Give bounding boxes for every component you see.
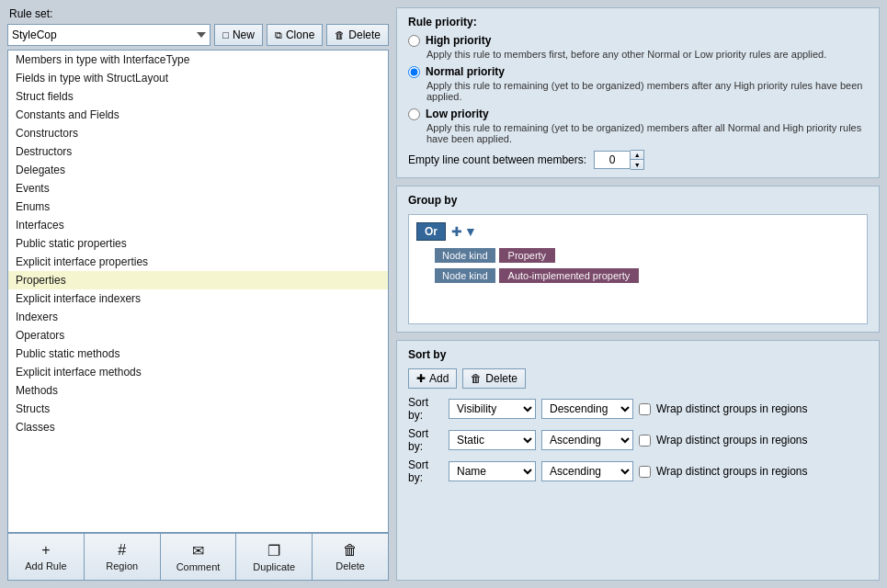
sort-by-select-2[interactable]: VisibilityStaticName (449, 461, 536, 481)
trash-icon: 🗑 (471, 372, 482, 385)
list-item[interactable]: Explicit interface indexers (8, 289, 388, 308)
low-priority-label: Low priority (426, 107, 489, 120)
delete-sort-label: Delete (485, 372, 517, 385)
node-kind-tag-1[interactable]: Node kind (435, 248, 495, 263)
property-tag-2[interactable]: Auto-implemented property (499, 268, 640, 283)
group-by-content: Or ✚ ▼ Node kind Property Node kind Auto… (408, 214, 868, 324)
delete-icon: 🗑 (335, 29, 345, 40)
sort-by-select-1[interactable]: VisibilityStaticName (449, 430, 536, 450)
list-item[interactable]: Destructors (8, 142, 388, 161)
new-icon: □ (222, 29, 229, 40)
wrap-checkbox-0[interactable] (639, 403, 651, 415)
group-condition-2: Node kind Auto-implemented property (435, 268, 859, 283)
low-priority-radio[interactable] (408, 108, 420, 120)
delete-button[interactable]: 🗑 Delete (326, 24, 389, 46)
rule-set-label: Rule set: (7, 7, 389, 20)
list-item[interactable]: Explicit interface properties (8, 253, 388, 271)
list-item[interactable]: Explicit interface methods (8, 363, 388, 381)
delete-sort-button[interactable]: 🗑 Delete (462, 368, 526, 389)
bottom-btn-label: Comment (176, 561, 221, 572)
list-item[interactable]: Constructors (8, 124, 388, 142)
empty-line-label: Empty line count between members: (408, 153, 586, 166)
spinner-up[interactable]: ▲ (631, 151, 643, 160)
empty-line-spinner: ▲ ▼ (594, 150, 644, 170)
priority-title: Rule priority: (408, 16, 868, 28)
clone-icon: ⧉ (275, 29, 282, 41)
group-by-section: Group by Or ✚ ▼ Node kind Property Node … (396, 186, 880, 333)
list-item[interactable]: Constants and Fields (8, 106, 388, 124)
bottom-btn-duplicate[interactable]: ❐Duplicate (236, 534, 313, 580)
low-priority-option: Low priority Apply this rule to remainin… (408, 107, 868, 144)
spinner-down[interactable]: ▼ (631, 160, 643, 169)
bottom-btn-region[interactable]: #Region (85, 534, 161, 580)
chevron-down-icon: ▼ (464, 224, 477, 239)
list-item[interactable]: Enums (8, 198, 388, 216)
delete-label: Delete (348, 28, 381, 41)
bottom-btn-comment[interactable]: ✉Comment (161, 534, 237, 580)
ruleset-select[interactable]: StyleCop (7, 24, 210, 46)
plus-icon: ✚ (416, 372, 426, 385)
list-item[interactable]: Operators (8, 326, 388, 345)
high-priority-label: High priority (426, 34, 491, 47)
normal-priority-radio[interactable] (408, 66, 420, 78)
list-item[interactable]: Structs (8, 400, 388, 418)
rules-list: Members in type with InterfaceTypeFields… (7, 50, 389, 533)
sort-rows: Sort by:VisibilityStaticNameAscendingDes… (408, 396, 868, 484)
wrap-checkbox-1[interactable] (639, 435, 651, 447)
low-priority-desc: Apply this rule to remaining (yet to be … (426, 122, 868, 144)
bottom-toolbar: +Add Rule#Region✉Comment❐Duplicate🗑Delet… (7, 533, 389, 581)
order-select-0[interactable]: AscendingDescending (541, 399, 633, 419)
bottom-btn-icon: 🗑 (343, 542, 358, 559)
bottom-btn-label: Region (106, 560, 138, 571)
sort-by-label: Sort by: (408, 396, 443, 422)
bottom-btn-icon: # (118, 542, 126, 559)
high-priority-option: High priority Apply this rule to members… (408, 34, 868, 60)
new-label: New (233, 28, 255, 41)
list-item[interactable]: Indexers (8, 308, 388, 326)
group-by-title: Group by (408, 194, 868, 207)
list-item[interactable]: Public static properties (8, 234, 388, 253)
property-tag-1[interactable]: Property (499, 248, 556, 263)
add-sort-label: Add (429, 372, 449, 385)
list-item[interactable]: Methods (8, 381, 388, 400)
or-row: Or ✚ ▼ (416, 222, 859, 241)
list-item[interactable]: Public static methods (8, 345, 388, 363)
sort-row-2: Sort by:VisibilityStaticNameAscendingDes… (408, 458, 868, 484)
clone-button[interactable]: ⧉ Clone (267, 24, 323, 46)
wrap-label-2: Wrap distinct groups in regions (656, 465, 808, 478)
add-condition-button[interactable]: ✚ ▼ (451, 224, 477, 239)
node-kind-tag-2[interactable]: Node kind (435, 268, 495, 283)
list-item[interactable]: Properties (8, 271, 388, 289)
high-priority-desc: Apply this rule to members first, before… (426, 49, 868, 60)
empty-line-input[interactable] (594, 151, 631, 169)
new-button[interactable]: □ New (214, 24, 263, 46)
order-select-1[interactable]: AscendingDescending (541, 430, 633, 450)
bottom-btn-label: Add Rule (25, 560, 66, 571)
bottom-btn-add-rule[interactable]: +Add Rule (8, 534, 85, 580)
bottom-btn-label: Duplicate (253, 561, 295, 572)
bottom-btn-label: Delete (335, 560, 365, 571)
list-item[interactable]: Members in type with InterfaceType (8, 51, 388, 69)
or-button[interactable]: Or (416, 222, 446, 241)
list-item[interactable]: Classes (8, 418, 388, 436)
sort-by-select-0[interactable]: VisibilityStaticName (449, 399, 536, 419)
sort-row-0: Sort by:VisibilityStaticNameAscendingDes… (408, 396, 868, 422)
list-item[interactable]: Events (8, 179, 388, 198)
list-item[interactable]: Interfaces (8, 216, 388, 234)
list-item[interactable]: Struct fields (8, 87, 388, 106)
sort-by-title: Sort by (408, 348, 868, 361)
normal-priority-desc: Apply this rule to remaining (yet to be … (426, 80, 868, 102)
list-item[interactable]: Delegates (8, 161, 388, 179)
sort-by-label: Sort by: (408, 427, 443, 453)
bottom-btn-delete[interactable]: 🗑Delete (313, 534, 388, 580)
high-priority-radio[interactable] (408, 35, 420, 47)
wrap-checkbox-2[interactable] (639, 466, 651, 478)
add-sort-button[interactable]: ✚ Add (408, 368, 457, 389)
wrap-label-0: Wrap distinct groups in regions (656, 402, 808, 415)
normal-priority-label: Normal priority (426, 65, 505, 78)
order-select-2[interactable]: AscendingDescending (541, 461, 633, 481)
bottom-btn-icon: ❐ (267, 542, 280, 560)
sort-toolbar: ✚ Add 🗑 Delete (408, 368, 868, 389)
sort-by-section: Sort by ✚ Add 🗑 Delete Sort by:Visibilit… (396, 340, 880, 581)
list-item[interactable]: Fields in type with StructLayout (8, 69, 388, 87)
